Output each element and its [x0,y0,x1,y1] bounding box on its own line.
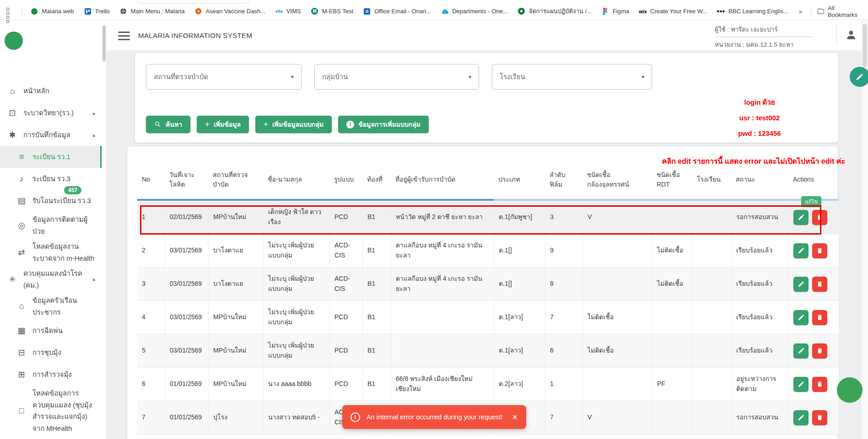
sidebar-item-epidemiology[interactable]: ⊡ระบาดวิทยา(รว.)▲ [0,102,102,124]
scrollbar-thumb[interactable] [863,24,867,67]
actions-cell [788,368,839,401]
sidebar-item-load-insect-control[interactable]: □โหลดข้อมูลการควบคุมแมลง (ชุบมุ้ง สำรวจแ… [0,385,102,436]
column-header[interactable]: ลำดับฟิล์ม [545,160,582,199]
collapse-arrow-icon[interactable]: ▲ [92,133,96,138]
data-entry-icon: ✱ [7,130,17,140]
pencil-icon [798,280,805,288]
column-header[interactable]: No [137,160,165,199]
sidebar-item-data-entry[interactable]: ✱การบันทึกข้อมูล▲ [0,124,102,146]
table-cell: 03/01/2569 [165,334,208,367]
toast-close-icon[interactable]: ✕ [512,413,518,422]
row-edit-button[interactable] [793,277,809,292]
add-record-button[interactable]: + เพิ่มข้อมูล [197,116,249,133]
sidebar-item-net-dipping[interactable]: ⊟การชุบมุ้ง [0,342,102,364]
select-label: กลุ่มบ้าน [322,71,348,82]
bookmark-item[interactable]: Figma [597,6,634,17]
column-header[interactable]: ประเภท [494,160,545,199]
load-insect-icon: □ [16,406,27,416]
menu-hamburger-icon[interactable] [118,32,130,43]
bookmark-item[interactable]: Malaria web [26,6,78,17]
bookmark-item[interactable]: wixCreate Your Free W... [635,6,712,17]
table-cell: PCD [329,334,362,367]
account-person-icon[interactable] [845,29,857,43]
table-cell [692,234,731,267]
sidebar-item-net-survey[interactable]: ⊞การสำรวจมุ้ง [0,364,102,385]
sidebar-item-patient-follow-up[interactable]: ◎ข้อมูลการติดตามผู้ป่วย [0,212,102,239]
table-cell: 5 [137,334,165,367]
row-delete-button[interactable] [812,310,827,325]
sidebar-item-record-rw1[interactable]: ≡ระเบียน รว.1 [0,146,102,168]
school-select[interactable]: โรงเรียน ▾ [492,64,652,90]
table-row: 601/01/2569MPบ้านใหม่นาง aaaa bbbbPCDB16… [137,368,839,401]
row-delete-button[interactable] [812,343,827,359]
bookmark-item[interactable]: Main Menu : Malaria [115,6,189,17]
row-edit-button[interactable] [793,243,809,258]
table-cell: 9 [545,234,582,267]
sidebar-item-spraying[interactable]: ▦การฉีดพ่น [0,320,102,342]
search-button[interactable]: ค้นหา [146,116,190,133]
row-edit-button[interactable] [793,343,809,359]
column-header[interactable]: ท้องที่ [362,160,391,199]
bookmarks-bar: Malaria webTrelloMain Menu : MalariaAsea… [0,0,868,20]
user-avatar[interactable] [5,32,23,50]
table-cell: ต.1[ลาว] [494,301,545,334]
row-delete-button[interactable] [812,410,827,425]
add-group-records-button[interactable]: + เพิ่มข้อมูลแบบกลุ่ม [255,116,332,133]
row-delete-button[interactable] [812,243,827,258]
select-label: สถานที่ตรวจบำบัด [154,71,208,82]
actions-cell [788,234,839,267]
sidebar-scrollbar[interactable] [102,22,106,436]
sidebar-item-record-rw3[interactable]: ♪ระเบียน รว.3457 [0,168,102,190]
app-header: MALARIA INFORMATION SYSTEM ผู้ใช้ : ฟารี… [106,20,868,50]
table-cell: บาโงตาแย [208,268,263,300]
row-delete-button[interactable] [812,277,827,292]
all-bookmarks-button[interactable]: All Bookmarks [815,5,863,18]
column-header[interactable]: ที่อยู่ผู้เข้ารับการบำบัด [391,160,494,199]
village-group-select[interactable]: กลุ่มบ้าน ▾ [314,64,479,90]
epidemiology-icon: ⊡ [7,108,17,118]
bookmark-item[interactable]: VhsVIMS [271,6,306,17]
sidebar-item-transfer-rw3[interactable]: ▤รับโอนระเบียน รว.3 [0,190,102,212]
bookmark-item[interactable]: Departments - One... [437,6,512,17]
records-table-card: Noวันที่เจาะโลหิตสถานที่ตรวจบำบัดชื่อ-นา… [127,146,838,439]
scrollbar-thumb[interactable] [102,26,106,61]
bookmark-item[interactable]: oOffice Email - Onan... [359,6,436,17]
filter-selects: สถานที่ตรวจบำบัด ▾ กลุ่มบ้าน ▾ โรงเรียน … [146,64,652,90]
table-cell: MPบ้านใหม่ [208,201,263,234]
apps-grid-icon[interactable] [5,7,14,16]
table-cell: 1 [137,201,165,234]
table-cell: 3 [137,268,165,300]
floating-action-circle[interactable] [837,377,863,403]
edit-fab[interactable] [850,67,868,87]
column-header[interactable]: สถานที่ตรวจบำบัด [208,160,263,199]
row-edit-button[interactable] [793,210,809,225]
treatment-place-select[interactable]: สถานที่ตรวจบำบัด ▾ [146,64,302,90]
column-header[interactable]: ชื่อ-นามสกุล [263,160,329,199]
bookmarks-overflow-chevron[interactable]: » [794,7,807,15]
sidebar-item-household-data[interactable]: ⌂ข้อมูลครัวเรือนประชากร [0,293,102,320]
table-row: 102/01/2569MPบ้านใหม่เด็กหญิง ฟ้าใส ดาวเ… [137,201,839,234]
group-added-info-button[interactable]: ! ข้อมูลการเพิ่มแบบกลุ่ม [338,116,429,133]
bookmark-item[interactable]: ■■■BBC Learning Englis... [713,6,793,17]
bookmark-item[interactable]: Trello [80,6,114,17]
row-delete-button[interactable] [812,377,827,392]
column-header[interactable]: ชนิดเชื้อกล้องจุลทรรศน์ [582,160,652,199]
bookmark-item[interactable]: MM-EBS Test [307,6,358,17]
bookmark-item[interactable]: จัดการแผนปฏิบัติงาน /... [513,5,596,18]
sidebar-item-mhealth-load[interactable]: ⇄โหลดข้อมูลงานระบาดจาก m-Health [0,239,102,266]
row-edit-button[interactable] [793,377,809,392]
annotation-line: login ด้วย [712,95,808,110]
row-delete-button[interactable] [812,210,827,225]
collapse-arrow-icon[interactable]: ▲ [92,277,96,282]
chevron-down-icon: ▾ [273,74,294,80]
bookmark-label: M-EBS Test [322,8,353,15]
bookmark-item[interactable]: Asean Vaccine Dash... [190,6,270,17]
row-edit-button[interactable] [793,410,809,425]
column-header[interactable]: วันที่เจาะโลหิต [165,160,208,199]
sidebar-item-home[interactable]: ⌂หน้าหลัก [0,80,102,102]
sidebar-item-control-report[interactable]: ▲!รายงานควบคุม(คม.) [0,436,102,439]
row-edit-button[interactable] [793,310,809,325]
sidebar-item-vector-control[interactable]: ✳ควบคุมแมลงนำโรค (คม.)▲ [0,266,102,293]
column-header[interactable]: รูปแบบ [329,160,362,199]
collapse-arrow-icon[interactable]: ▲ [92,111,96,116]
